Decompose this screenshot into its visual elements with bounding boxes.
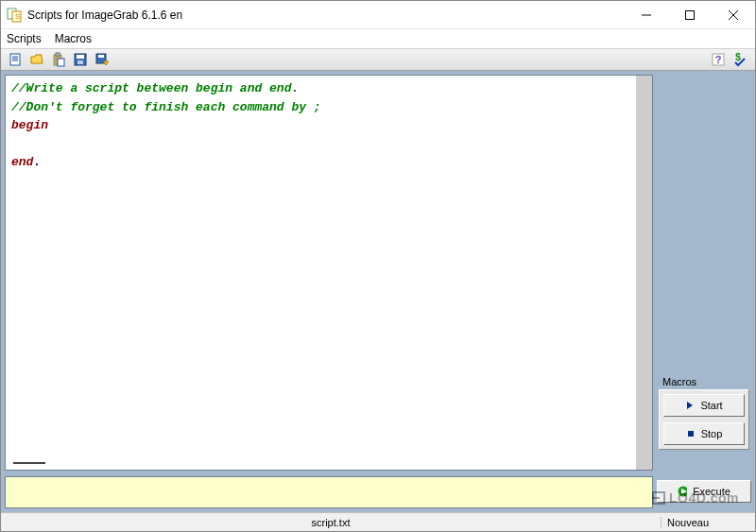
- app-icon: S: [7, 8, 22, 23]
- start-label: Start: [700, 400, 722, 411]
- menubar: Scripts Macros: [1, 29, 755, 48]
- menu-scripts[interactable]: Scripts: [7, 32, 42, 45]
- svg-rect-22: [688, 431, 694, 437]
- maximize-button[interactable]: [668, 1, 712, 28]
- help-button[interactable]: ?: [708, 50, 729, 69]
- status-mode: Nouveau: [661, 517, 755, 528]
- play-icon: [685, 401, 695, 410]
- minimize-button[interactable]: [625, 1, 668, 28]
- floppy-icon: [73, 52, 88, 67]
- svg-rect-16: [77, 60, 83, 64]
- scrollbar-thumb[interactable]: [637, 76, 652, 470]
- script-editor[interactable]: //Write a script between begin and end. …: [6, 76, 636, 470]
- open-button[interactable]: [26, 50, 47, 69]
- save-button[interactable]: [70, 50, 91, 69]
- close-button[interactable]: [712, 1, 755, 28]
- svg-rect-18: [98, 55, 104, 58]
- execute-wrap: Execute: [657, 480, 751, 503]
- svg-text:$: $: [735, 52, 741, 62]
- paste-button[interactable]: [48, 50, 69, 69]
- saveas-button[interactable]: [92, 50, 112, 69]
- svg-rect-12: [56, 53, 60, 56]
- right-pane: Macros Start Stop: [657, 75, 751, 508]
- new-file-icon: [8, 52, 23, 67]
- macros-panel: Start Stop: [659, 389, 749, 450]
- svg-text:?: ?: [715, 54, 722, 65]
- check-dollar-icon: $: [732, 52, 747, 67]
- execute-label: Execute: [693, 486, 730, 497]
- menu-macros[interactable]: Macros: [55, 32, 92, 45]
- stop-button[interactable]: Stop: [663, 422, 745, 445]
- stop-icon: [686, 429, 696, 438]
- toolbar: ? $: [1, 48, 755, 71]
- svg-text:S: S: [15, 12, 20, 21]
- left-pane: //Write a script between begin and end. …: [5, 75, 653, 508]
- horizontal-scroll-stub[interactable]: [13, 462, 45, 464]
- check-button[interactable]: $: [730, 50, 750, 69]
- editor-comment-1: //Write a script between begin and end.: [11, 81, 299, 95]
- editor-comment-2: //Don't forget to finish each command by…: [11, 100, 321, 114]
- execute-play-icon: [678, 487, 687, 496]
- execute-button[interactable]: Execute: [657, 480, 751, 503]
- output-panel[interactable]: [5, 476, 653, 508]
- window-controls: [625, 1, 755, 28]
- status-filename: script.txt: [1, 517, 661, 528]
- macros-group-label: Macros: [662, 376, 749, 387]
- help-icon: ?: [711, 52, 726, 67]
- script-editor-wrap: //Write a script between begin and end. …: [5, 75, 653, 471]
- svg-rect-4: [686, 10, 695, 19]
- titlebar: S Scripts for ImageGrab 6.1.6 en: [1, 1, 755, 29]
- statusbar: script.txt Nouveau: [1, 512, 755, 531]
- editor-end: end: [11, 155, 33, 169]
- vertical-scrollbar[interactable]: [636, 76, 652, 470]
- start-button[interactable]: Start: [663, 394, 745, 417]
- svg-rect-13: [58, 59, 64, 66]
- new-button[interactable]: [5, 50, 26, 69]
- svg-rect-15: [77, 55, 84, 59]
- stop-label: Stop: [701, 428, 723, 439]
- svg-rect-7: [10, 54, 20, 65]
- folder-open-icon: [29, 52, 44, 67]
- editor-dot: .: [33, 155, 41, 169]
- client-area: //Write a script between begin and end. …: [1, 71, 755, 512]
- window-title: Scripts for ImageGrab 6.1.6 en: [27, 9, 625, 22]
- macros-group: Macros Start Stop: [657, 374, 751, 452]
- app-window: S Scripts for ImageGrab 6.1.6 en Scripts…: [0, 0, 756, 532]
- floppy-arrow-icon: [94, 52, 110, 67]
- editor-begin: begin: [11, 118, 48, 132]
- clipboard-icon: [51, 52, 66, 67]
